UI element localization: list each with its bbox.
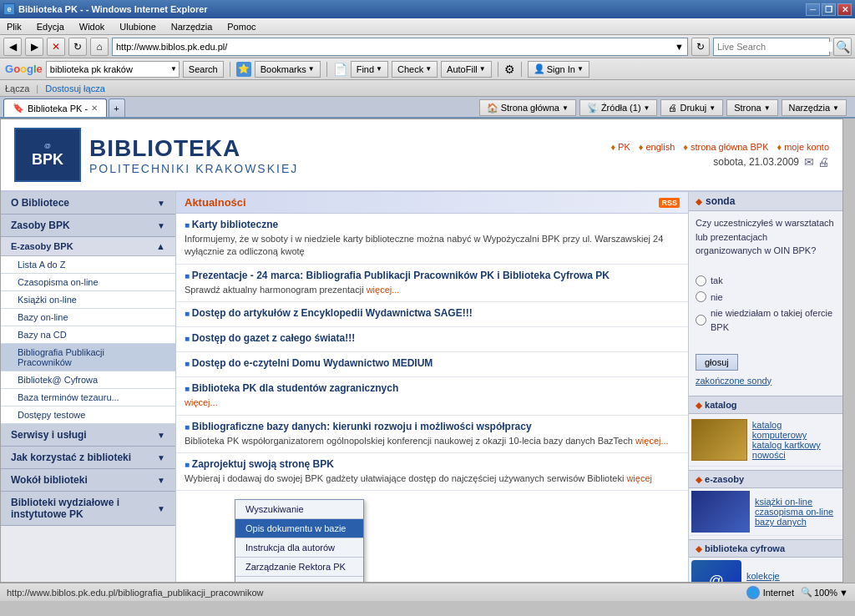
katalog-kartkowy-link[interactable]: katalog kartkowy xyxy=(752,440,835,450)
check-button[interactable]: Check▼ xyxy=(392,61,438,78)
news-link-5[interactable]: więcej... xyxy=(185,397,218,407)
strona-button[interactable]: Strona▼ xyxy=(726,99,777,116)
sidebar-item-czasopisma[interactable]: Czasopisma on-line xyxy=(1,274,175,291)
news-title-1[interactable]: Prezentacje - 24 marca: Bibliografia Pub… xyxy=(185,270,680,281)
news-title-5[interactable]: Biblioteka PK dla studentów zagranicznyc… xyxy=(185,382,680,394)
rss-feed-icon[interactable]: RSS xyxy=(659,198,680,208)
address-dropdown-icon[interactable]: ▼ xyxy=(675,42,684,52)
print-page-icon[interactable]: 🖨 xyxy=(817,155,829,169)
sidebar-section-o-bibliotece[interactable]: O Bibliotece ▼ xyxy=(1,192,175,215)
back-button[interactable]: ◀ xyxy=(3,38,22,56)
context-item-instrukcja[interactable]: Instrukcja dla autorów xyxy=(235,538,363,558)
news-title-4[interactable]: Dostęp do e-czytelni Domu Wydawnictwo ME… xyxy=(185,357,680,369)
search-go-button[interactable]: 🔍 xyxy=(833,38,852,56)
katalog-nowosci-link[interactable]: nowości xyxy=(752,450,835,460)
find-button[interactable]: Find▼ xyxy=(351,61,388,78)
news-link-1[interactable]: więcej... xyxy=(367,285,400,295)
news-item-4: Dostęp do e-czytelni Domu Wydawnictwo ME… xyxy=(176,352,688,377)
google-search-dropdown-icon[interactable]: ▼ xyxy=(169,65,179,73)
sidebar-item-dostepy[interactable]: Dostępy testowe xyxy=(1,406,175,424)
live-search-input[interactable] xyxy=(717,42,832,52)
forward-button[interactable]: ▶ xyxy=(25,38,43,56)
news-title-0[interactable]: Karty biblioteczne xyxy=(185,219,680,230)
zakonczone-sondy-link[interactable]: zakończone sondy xyxy=(696,376,772,386)
menu-narzedzia[interactable]: Narzędzia xyxy=(168,20,216,33)
sonda-option-nie[interactable]: nie xyxy=(696,290,836,305)
zrodla-button[interactable]: 📡 Źródła (1)▼ xyxy=(579,99,658,116)
sidebar-item-bibliografia[interactable]: Bibliografia Publikacji Pracowników xyxy=(1,344,175,371)
stop-button[interactable]: ✕ xyxy=(47,38,65,56)
drukuj-button[interactable]: 🖨 Drukuj▼ xyxy=(660,99,723,116)
minimize-button[interactable]: ─ xyxy=(806,3,820,16)
sonda-option-tak[interactable]: tak xyxy=(696,274,836,288)
sidebar-section-serwisy[interactable]: Serwisy i usługi ▼ xyxy=(1,424,175,447)
zoom-control[interactable]: 🔍 100% ▼ xyxy=(801,587,848,598)
new-tab-button[interactable]: + xyxy=(109,98,125,117)
sidebar-item-lista[interactable]: Lista A do Z xyxy=(1,256,175,274)
menu-edycja[interactable]: Edycja xyxy=(33,20,68,33)
sidebar-item-bazy-online[interactable]: Bazy on-line xyxy=(1,309,175,326)
refresh-page-button[interactable]: ↻ xyxy=(691,38,710,56)
sidebar-section-zasoby[interactable]: Zasoby BPK ▼ xyxy=(1,215,175,237)
bookmark-star-icon[interactable]: ⭐ xyxy=(236,62,251,77)
bazy-danych-link[interactable]: bazy danych xyxy=(755,517,833,527)
context-item-opis[interactable]: Opis dokumentu w bazie xyxy=(235,519,363,538)
sonda-radio-nie-wiedzialem[interactable] xyxy=(696,315,706,326)
sidebar-section-jak-korzystac[interactable]: Jak korzystać z biblioteki ▼ xyxy=(1,447,175,469)
menu-widok[interactable]: Widok xyxy=(76,20,109,33)
sidebar-item-bazy-cd[interactable]: Bazy na CD xyxy=(1,326,175,344)
sidebar-section-biblioteki[interactable]: Biblioteki wydziałowe i instytutowe PK ▼ xyxy=(1,492,175,526)
context-item-zobacz[interactable]: Zobacz też xyxy=(235,577,363,583)
ksiazki-online-link[interactable]: książki on-line xyxy=(755,497,833,507)
context-item-zarzadzanie[interactable]: Zarządzanie Rektora PK xyxy=(235,558,363,577)
sidebar-item-ksiazki[interactable]: Książki on-line xyxy=(1,291,175,309)
narzedzia-button[interactable]: Narzędzia▼ xyxy=(782,99,847,116)
czasopisma-online-link[interactable]: czasopisma on-line xyxy=(755,507,833,517)
toplink-konto[interactable]: moje konto xyxy=(777,142,829,152)
email-icon[interactable]: ✉ xyxy=(804,155,814,169)
google-search-button[interactable]: Search xyxy=(183,61,224,78)
news-title-3[interactable]: Dostęp do gazet z całego świata!!! xyxy=(185,332,680,344)
toplink-strona[interactable]: strona główna BPK xyxy=(683,142,768,152)
sidebar-section-ezasoby[interactable]: E-zasoby BPK ▲ xyxy=(1,237,175,256)
gear-icon[interactable]: ⚙ xyxy=(504,63,515,76)
sonda-radio-tak[interactable] xyxy=(696,275,706,286)
sonda-radio-nie[interactable] xyxy=(696,291,706,302)
strona-glowna-button[interactable]: 🏠 Strona główna▼ xyxy=(479,99,576,116)
sonda-vote-button[interactable]: głosuj xyxy=(696,354,738,371)
news-title-2[interactable]: Dostęp do artykułów z Encyklopedii Wydaw… xyxy=(185,307,680,319)
refresh-button[interactable]: ↻ xyxy=(68,38,87,56)
tab-close-button[interactable]: ✕ xyxy=(91,104,98,113)
toplink-pk[interactable]: PK xyxy=(610,142,630,152)
home-button[interactable]: ⌂ xyxy=(90,38,109,56)
page-add-icon[interactable]: 📄 xyxy=(333,63,347,76)
news-title-7[interactable]: Zaprojektuj swoją stronę BPK xyxy=(185,458,680,470)
news-title-6[interactable]: Bibliograficzne bazy danych: kierunki ro… xyxy=(185,421,680,432)
zoom-dropdown-icon[interactable]: ▼ xyxy=(839,588,848,598)
sidebar-section-wokol[interactable]: Wokół biblioteki ▼ xyxy=(1,469,175,492)
sonda-option-nie-wiedzialem[interactable]: nie wiedziałam o takiej ofercie BPK xyxy=(696,306,836,334)
menu-ulubione[interactable]: Ulubione xyxy=(116,20,159,33)
tabbar: 🔖 Biblioteka PK - ✕ + 🏠 Strona główna▼ 📡… xyxy=(0,97,855,119)
menu-pomoc[interactable]: Pomoc xyxy=(224,20,259,33)
autofill-button[interactable]: AutoFill▼ xyxy=(441,61,492,78)
aktualnosci-header: Aktualności RSS xyxy=(176,192,688,214)
dostosuj-lacza-link[interactable]: Dostosuj łącza xyxy=(45,83,105,93)
news-link-7[interactable]: więcej xyxy=(626,473,652,483)
kolekcje-link[interactable]: kolekcje xyxy=(746,571,802,581)
sign-in-button[interactable]: 👤Sign In▼ xyxy=(528,61,589,78)
sidebar-item-biblioteka-cyfrowa[interactable]: Bibliotek@ Cyfrowa xyxy=(1,371,175,389)
wyszukiwanie-link[interactable]: wyszukiwanie xyxy=(746,581,802,583)
google-search-input[interactable] xyxy=(47,64,169,74)
address-input[interactable] xyxy=(116,42,675,52)
bookmarks-button[interactable]: Bookmarks▼ xyxy=(255,61,321,78)
sidebar-item-baza-tezauru[interactable]: Baza terminów tezauru... xyxy=(1,389,175,406)
katalog-komputerowy-link[interactable]: katalog komputerowy xyxy=(752,420,835,440)
restore-button[interactable]: ❐ xyxy=(822,3,836,16)
news-link-6[interactable]: więcej... xyxy=(635,436,669,446)
tab-biblioteka[interactable]: 🔖 Biblioteka PK - ✕ xyxy=(3,98,107,117)
toplink-english[interactable]: english xyxy=(639,142,675,152)
menu-plik[interactable]: Plik xyxy=(3,20,25,33)
context-item-wyszukiwanie[interactable]: Wyszukiwanie xyxy=(235,500,363,519)
close-button[interactable]: ✕ xyxy=(837,3,852,16)
